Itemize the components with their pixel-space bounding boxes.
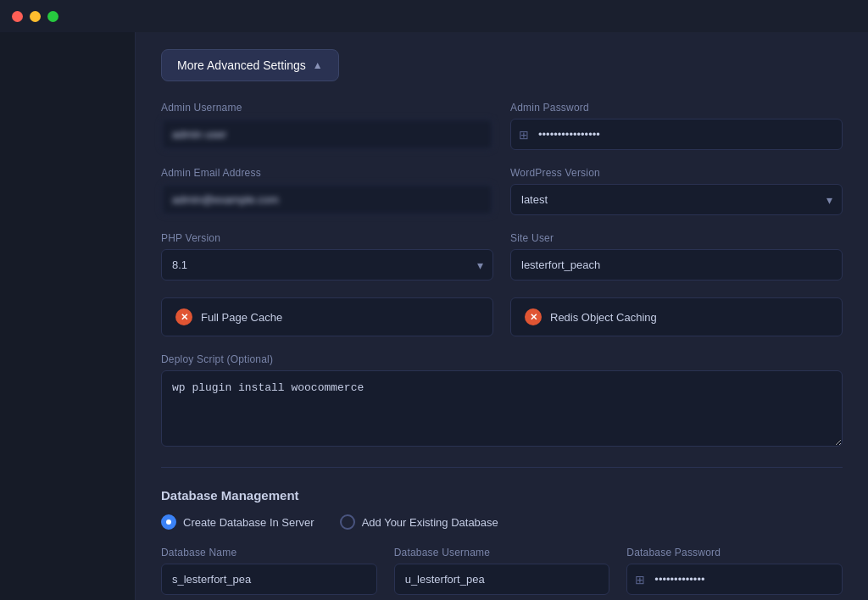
- site-user-label: Site User: [510, 232, 843, 244]
- admin-username-label: Admin Username: [161, 102, 493, 114]
- db-create-radio[interactable]: [161, 514, 176, 530]
- wp-version-group: WordPress Version latest 6.4 6.3 6.2 ▾: [510, 167, 843, 215]
- row-php-siteuser: PHP Version 8.1 8.0 7.4 7.3 ▾ Site User: [161, 232, 843, 281]
- db-name-label: Database Name: [161, 547, 377, 558]
- wp-version-wrapper: latest 6.4 6.3 6.2 ▾: [510, 184, 843, 215]
- row-email-wpversion: Admin Email Address WordPress Version la…: [161, 167, 843, 215]
- db-password-label: Database Password: [626, 547, 843, 558]
- minimize-button[interactable]: [30, 11, 41, 22]
- admin-password-input[interactable]: [510, 119, 843, 150]
- php-version-select[interactable]: 8.1 8.0 7.4 7.3: [161, 249, 493, 281]
- full-page-cache-icon: ✕: [175, 308, 192, 325]
- wp-version-label: WordPress Version: [510, 167, 843, 179]
- admin-password-label: Admin Password: [510, 102, 843, 114]
- db-username-input[interactable]: [394, 564, 610, 595]
- main-area: More Advanced Settings ▲ Admin Username …: [0, 32, 868, 600]
- db-password-group: Database Password ⊞: [626, 547, 843, 595]
- db-create-option[interactable]: Create Database In Server: [161, 514, 314, 530]
- full-page-cache-toggle[interactable]: ✕ Full Page Cache: [161, 297, 493, 336]
- db-username-label: Database Username: [394, 547, 610, 558]
- titlebar: [0, 0, 868, 32]
- php-version-group: PHP Version 8.1 8.0 7.4 7.3 ▾: [161, 232, 493, 281]
- deploy-script-textarea[interactable]: [161, 370, 843, 447]
- db-username-group: Database Username: [394, 547, 610, 595]
- content-area: More Advanced Settings ▲ Admin Username …: [136, 32, 868, 600]
- sidebar: [0, 32, 136, 600]
- more-advanced-settings-button[interactable]: More Advanced Settings ▲: [161, 49, 339, 81]
- php-version-label: PHP Version: [161, 232, 493, 244]
- deploy-script-label: Deploy Script (Optional): [161, 353, 843, 365]
- deploy-script-group: Deploy Script (Optional): [161, 353, 843, 447]
- redis-cache-toggle[interactable]: ✕ Redis Object Caching: [510, 297, 843, 336]
- db-name-input[interactable]: [161, 564, 377, 595]
- close-button[interactable]: [12, 11, 23, 22]
- database-management-section: Database Management Create Database In S…: [161, 488, 843, 595]
- db-password-wrapper: ⊞: [626, 564, 843, 595]
- db-password-input[interactable]: [626, 564, 843, 595]
- section-divider: [161, 467, 843, 468]
- header-button-label: More Advanced Settings: [177, 58, 306, 72]
- php-version-wrapper: 8.1 8.0 7.4 7.3 ▾: [161, 249, 493, 281]
- full-page-cache-label: Full Page Cache: [201, 311, 282, 324]
- db-existing-label: Add Your Existing Database: [362, 516, 498, 529]
- admin-email-group: Admin Email Address: [161, 167, 493, 215]
- db-create-label: Create Database In Server: [183, 516, 314, 529]
- admin-password-group: Admin Password ⊞: [510, 102, 843, 150]
- db-radio-group: Create Database In Server Add Your Exist…: [161, 514, 843, 530]
- db-existing-radio[interactable]: [340, 514, 355, 530]
- toggle-row: ✕ Full Page Cache ✕ Redis Object Caching: [161, 297, 843, 336]
- lock-icon: ⊞: [635, 573, 645, 586]
- traffic-lights: [12, 11, 58, 22]
- redis-cache-icon: ✕: [525, 308, 542, 325]
- admin-password-wrapper: ⊞: [510, 119, 843, 150]
- db-fields-row: Database Name Database Username Database…: [161, 547, 843, 595]
- chevron-up-icon: ▲: [313, 59, 323, 71]
- admin-email-label: Admin Email Address: [161, 167, 493, 179]
- section-header: More Advanced Settings ▲: [161, 49, 843, 81]
- lock-icon: ⊞: [519, 128, 529, 142]
- admin-email-input[interactable]: [161, 184, 493, 215]
- admin-username-group: Admin Username: [161, 102, 493, 150]
- site-user-input[interactable]: [510, 249, 843, 281]
- site-user-group: Site User: [510, 232, 843, 281]
- redis-cache-label: Redis Object Caching: [550, 311, 657, 324]
- row-admin-credentials: Admin Username Admin Password ⊞: [161, 102, 843, 150]
- admin-username-input[interactable]: [161, 119, 493, 150]
- maximize-button[interactable]: [47, 11, 58, 22]
- db-section-title: Database Management: [161, 488, 843, 503]
- db-existing-option[interactable]: Add Your Existing Database: [340, 514, 498, 530]
- wp-version-select[interactable]: latest 6.4 6.3 6.2: [510, 184, 843, 215]
- db-name-group: Database Name: [161, 547, 377, 595]
